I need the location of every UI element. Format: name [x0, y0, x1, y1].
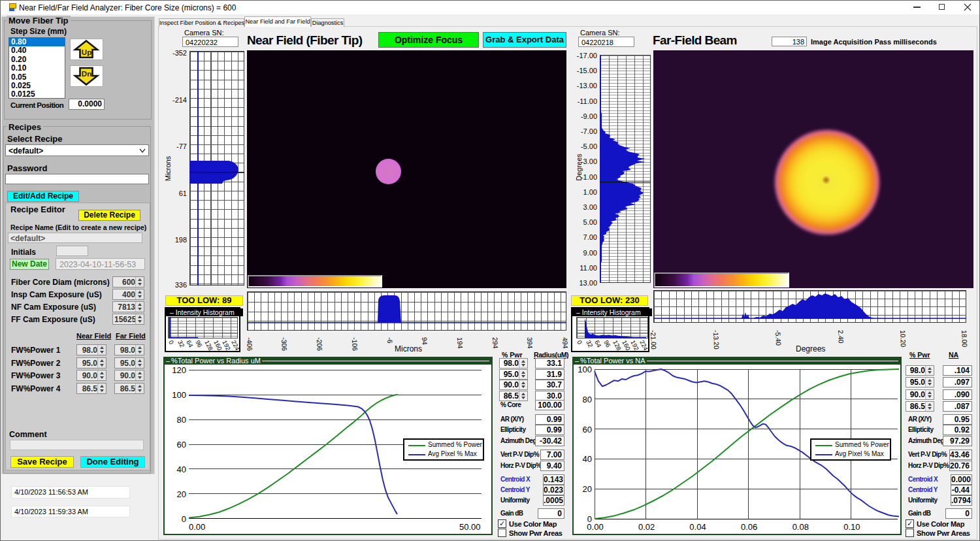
svg-text:Dn: Dn: [82, 70, 91, 78]
svg-text:Up: Up: [82, 48, 91, 56]
